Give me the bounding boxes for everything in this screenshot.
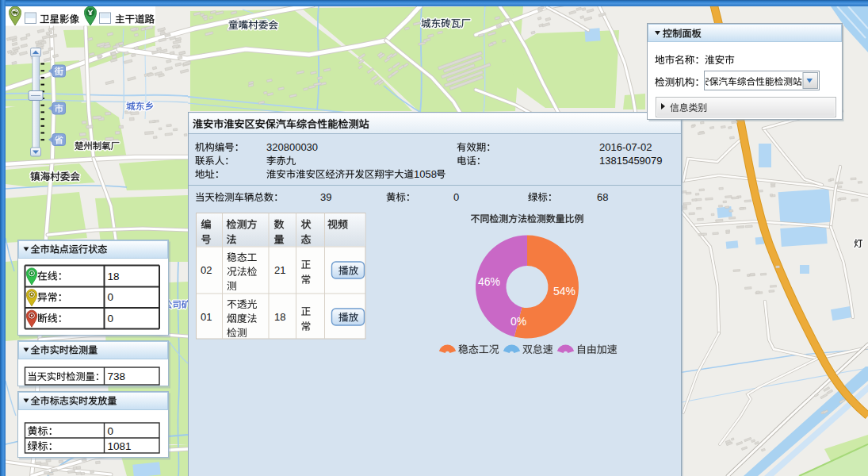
svg-text:0%: 0% xyxy=(510,315,526,328)
svg-text:21: 21 xyxy=(274,264,285,276)
svg-text:46%: 46% xyxy=(478,275,500,288)
svg-text:68: 68 xyxy=(597,191,608,203)
svg-text:738: 738 xyxy=(108,370,126,382)
svg-text:39: 39 xyxy=(320,191,331,203)
svg-text:0: 0 xyxy=(453,191,459,203)
svg-text:54%: 54% xyxy=(553,285,575,298)
svg-text:2016-07-02: 2016-07-02 xyxy=(599,141,652,153)
svg-text:1058: 1058 xyxy=(414,168,437,180)
svg-text:320800030: 320800030 xyxy=(266,141,318,153)
svg-text:01: 01 xyxy=(201,311,212,323)
svg-text:1081: 1081 xyxy=(108,440,132,452)
svg-text:18: 18 xyxy=(274,311,285,323)
svg-text:18: 18 xyxy=(108,271,120,282)
svg-text:0: 0 xyxy=(108,291,114,303)
svg-text:13815459079: 13815459079 xyxy=(599,155,663,167)
svg-text:0: 0 xyxy=(108,425,114,437)
svg-text:0: 0 xyxy=(108,313,114,324)
svg-text:02: 02 xyxy=(201,264,212,276)
